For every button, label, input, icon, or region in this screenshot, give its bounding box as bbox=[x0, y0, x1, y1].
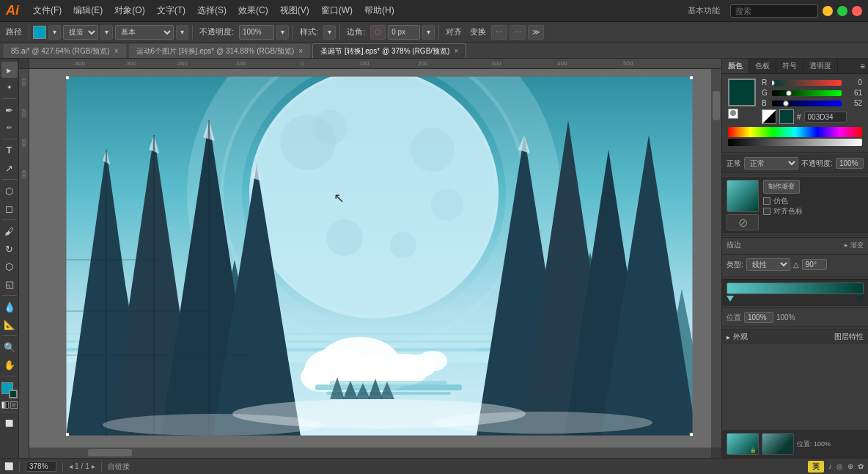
tab-1-close[interactable]: × bbox=[114, 47, 119, 55]
arrow-icon[interactable]: ▸ bbox=[727, 333, 730, 341]
tab-transparency[interactable]: 透明度 bbox=[803, 59, 838, 73]
tool-shape[interactable]: ⬡ bbox=[1, 183, 18, 199]
menu-effect[interactable]: 效果(C) bbox=[233, 3, 273, 18]
tool-text[interactable]: T bbox=[1, 142, 18, 158]
fill-color-swatch[interactable] bbox=[33, 26, 46, 39]
svg-rect-71 bbox=[690, 76, 693, 79]
appearance-no-icon[interactable]: ⊘ bbox=[727, 214, 759, 230]
status-icon-4[interactable]: ✿ bbox=[858, 462, 864, 470]
gradient-toggle[interactable] bbox=[1, 401, 9, 409]
stroke-opt-btn[interactable]: ▾ bbox=[176, 25, 188, 40]
menu-select[interactable]: 选择(S) bbox=[192, 3, 232, 18]
tab-3-close[interactable]: × bbox=[454, 47, 458, 55]
search-input[interactable] bbox=[730, 4, 818, 18]
tab-1[interactable]: 85.ai* @ 427.64% (RGB/预览) × bbox=[3, 43, 127, 58]
tab-symbols[interactable]: 符号 bbox=[776, 59, 803, 73]
current-color-preview[interactable] bbox=[779, 109, 794, 124]
status-icon-2[interactable]: ◎ bbox=[836, 462, 843, 470]
menu-view[interactable]: 视图(V) bbox=[275, 3, 315, 18]
menu-help[interactable]: 帮助(H) bbox=[359, 3, 400, 18]
tab-2[interactable]: 运动6个图片 [转换].eps* @ 314.88% (RGB/预览) × bbox=[128, 43, 312, 58]
gradient-stop-1[interactable] bbox=[727, 296, 734, 302]
stroke-style-select[interactable]: 基本 bbox=[115, 25, 174, 40]
stroke-more-btn[interactable]: ▾ bbox=[100, 25, 113, 40]
tab-color[interactable]: 颜色 bbox=[722, 59, 749, 73]
stroke-swatch[interactable] bbox=[9, 390, 18, 398]
angle-input[interactable] bbox=[802, 259, 827, 270]
tool-pen[interactable]: ✒ bbox=[1, 102, 18, 118]
r-track[interactable] bbox=[772, 80, 842, 86]
menu-file[interactable]: 文件(F) bbox=[28, 3, 67, 18]
none-toggle[interactable]: ⊘ bbox=[10, 401, 18, 409]
tool-paintbrush[interactable]: 🖌 bbox=[1, 223, 18, 239]
tool-gradient[interactable]: ◱ bbox=[1, 276, 18, 292]
tab-3[interactable]: 圣诞节 [转换].eps* @ 378% (RGB/预览) × bbox=[312, 43, 466, 58]
canvas-area[interactable]: ↖ bbox=[29, 69, 721, 458]
tool-rotate[interactable]: ↻ bbox=[1, 241, 18, 257]
page-next[interactable]: ▸ bbox=[92, 462, 95, 470]
close-button[interactable] bbox=[852, 6, 862, 16]
tool-artboard[interactable]: ⬜ bbox=[1, 415, 18, 431]
dither-check[interactable] bbox=[763, 197, 770, 205]
menu-window[interactable]: 窗口(W) bbox=[316, 3, 358, 18]
main-color-swatch[interactable] bbox=[728, 79, 756, 106]
bw-swatch[interactable] bbox=[762, 109, 776, 124]
menu-object[interactable]: 对象(O) bbox=[109, 3, 150, 18]
thumb-1[interactable]: 🔒 bbox=[727, 433, 759, 455]
more-btn-2[interactable]: ⋯ bbox=[510, 25, 526, 40]
g-track[interactable] bbox=[772, 90, 842, 96]
page-prev[interactable]: ◂ bbox=[69, 462, 73, 470]
hex-input[interactable] bbox=[804, 112, 847, 123]
gradient-stop-2[interactable] bbox=[856, 296, 864, 302]
appearance-gradient-swatch[interactable] bbox=[727, 180, 759, 212]
menu-text[interactable]: 文字(T) bbox=[152, 3, 191, 18]
tool-measure[interactable]: 📐 bbox=[1, 316, 18, 332]
corner-value-input[interactable] bbox=[388, 25, 420, 40]
scrollbar-vertical[interactable] bbox=[711, 69, 721, 448]
minimize-button[interactable] bbox=[823, 6, 833, 16]
tool-zoom[interactable]: 🔍 bbox=[1, 339, 18, 355]
stroke-btn[interactable]: ▾ bbox=[48, 25, 61, 40]
corner-unit-btn[interactable]: ▾ bbox=[422, 25, 435, 40]
make-gradient-btn[interactable]: 制作渐变 bbox=[763, 180, 800, 194]
stroke-select[interactable]: 提造 bbox=[63, 25, 98, 40]
blend-mode-select[interactable]: 正常 bbox=[744, 157, 798, 169]
status-icon-1[interactable]: ♪ bbox=[828, 462, 832, 470]
align-check[interactable] bbox=[763, 208, 770, 215]
expand-btn[interactable]: ≫ bbox=[528, 25, 544, 40]
rainbow-bar[interactable] bbox=[728, 127, 862, 137]
bw-bar[interactable] bbox=[728, 139, 862, 146]
tool-hand[interactable]: ✋ bbox=[1, 357, 18, 373]
menu-edit[interactable]: 编辑(E) bbox=[68, 3, 108, 18]
maximize-button[interactable] bbox=[837, 6, 847, 16]
r-thumb[interactable] bbox=[772, 80, 775, 86]
panel-menu-btn[interactable]: ≡ bbox=[858, 59, 868, 73]
lock-icon[interactable] bbox=[728, 109, 738, 119]
tab-swatches[interactable]: 色板 bbox=[749, 59, 776, 73]
tool-eyedropper[interactable]: 💧 bbox=[1, 299, 18, 315]
tool-shape2[interactable]: ◻ bbox=[1, 200, 18, 216]
gradient-type-select[interactable]: 线性 bbox=[746, 258, 790, 271]
status-icon-3[interactable]: ⊕ bbox=[847, 462, 853, 470]
gradient-bar-preview[interactable] bbox=[727, 282, 864, 294]
corner-btn[interactable]: ⬡ bbox=[370, 25, 386, 40]
style-btn[interactable]: ▾ bbox=[323, 25, 336, 40]
tool-direct-select[interactable]: ✦ bbox=[1, 79, 18, 95]
scrollbar-horizontal[interactable] bbox=[29, 448, 711, 458]
tool-line[interactable]: ↗ bbox=[1, 160, 18, 176]
zoom-input[interactable] bbox=[26, 461, 56, 472]
opacity-more-btn[interactable]: ▾ bbox=[276, 25, 289, 40]
b-track[interactable] bbox=[772, 101, 842, 106]
opacity-input[interactable] bbox=[836, 158, 864, 169]
position-input[interactable] bbox=[744, 312, 773, 323]
tab-2-close[interactable]: × bbox=[298, 47, 303, 55]
thumb-2[interactable] bbox=[762, 433, 794, 455]
stroke-arrow[interactable]: ▸ 渐变 bbox=[845, 241, 864, 250]
b-thumb[interactable] bbox=[783, 101, 789, 106]
g-thumb[interactable] bbox=[786, 90, 792, 96]
more-btn-1[interactable]: ⋯ bbox=[491, 25, 507, 40]
tool-select[interactable]: ▸ bbox=[1, 62, 18, 78]
tool-pencil[interactable]: ✏ bbox=[1, 120, 18, 136]
tool-blend[interactable]: ⬡ bbox=[1, 258, 18, 274]
opacity-input[interactable] bbox=[239, 25, 274, 40]
